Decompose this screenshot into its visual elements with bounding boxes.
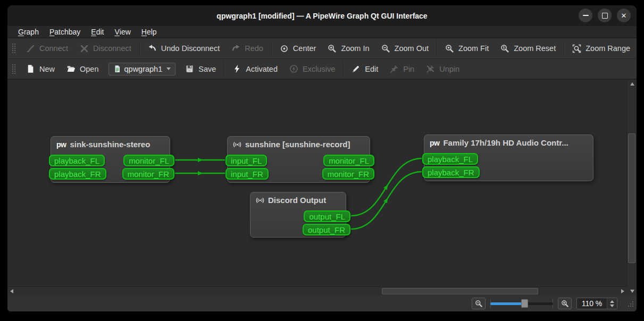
zoom-spinbox[interactable]: 110 % [576,298,617,309]
window-title: qpwgraph1 [modified] — A PipeWire Graph … [216,12,427,20]
unpin-icon [426,64,435,73]
node-sink-sunshine-stereo[interactable]: pwsink-sunshine-stereoplayback_FLplaybac… [51,136,170,183]
menu-patchbay[interactable]: Patchbay [44,26,86,38]
patchbay-selector[interactable]: qpwgraph1 [108,63,176,75]
button-label: Zoom Reset [514,44,556,53]
horizontal-scrollbar-thumb[interactable] [382,288,538,294]
connections-layer [7,80,627,287]
port-playback-fr[interactable]: playback_FR [422,166,480,178]
toolbar-separator [564,41,564,56]
zoom-out-button[interactable] [472,298,486,309]
port-playback-fr[interactable]: playback_FR [49,168,106,180]
port-input-fr[interactable]: input_FR [225,168,269,180]
undo-disconnect-button[interactable]: Undo Disconnect [142,38,225,58]
triangle-down-icon [630,290,634,293]
open-button[interactable]: Open [61,59,104,79]
menu-graph[interactable]: Graph [13,26,44,38]
zoom-slider[interactable] [490,298,553,309]
port-monitor-fl[interactable]: monitor_FL [123,155,174,166]
connection-arrow-icon [198,171,203,175]
button-label: Unpin [439,65,459,73]
activated-button[interactable]: Activated [227,59,283,79]
horizontal-scrollbar[interactable] [7,286,627,295]
zoom-reset-icon [500,44,509,53]
menu-help[interactable]: Help [136,26,162,38]
redo-button: Redo [225,38,269,58]
port-playback-fl[interactable]: playback_FL [49,155,105,166]
node-family-17h-19h-hd-audio-contr[interactable]: pwFamily 17h/19h HD Audio Contr...playba… [424,134,593,181]
port-monitor-fr[interactable]: monitor_FR [322,168,374,180]
zoom-value: 110 % [577,298,607,309]
node-title: pwFamily 17h/19h HD Audio Contr... [424,135,593,147]
spin-up-button[interactable] [610,300,614,303]
toolbar-separator [271,41,272,56]
minimize-button[interactable] [579,9,592,22]
button-label: Disconnect [93,44,131,53]
zoom-out-icon [381,44,390,53]
zoom-fit-icon [445,44,454,53]
button-label: Save [198,65,216,73]
pipewire-icon: pw [430,139,439,147]
connection-arrow-icon [198,158,203,162]
graph-canvas[interactable]: pwsink-sunshine-stereoplayback_FLplaybac… [7,80,627,287]
toolbar-patchbay: NewOpenqpwgraph1SaveActivatedExclusiveEd… [7,59,637,79]
patchbay-file-icon [113,65,124,73]
zoom-in-icon [561,300,569,308]
maximize-icon [602,13,608,19]
zoom-in-button[interactable]: Zoom In [322,38,375,58]
pin-button: Pin [384,59,420,79]
save-button[interactable]: Save [179,59,222,79]
chevron-down-icon [166,67,171,70]
redo-icon [231,44,240,53]
vertical-scrollbar-thumb[interactable] [628,133,635,263]
save-icon [185,64,194,73]
button-label: Zoom In [341,44,369,53]
patchbay-selector-value: qpwgraph1 [124,65,163,73]
button-label: Zoom Range [586,44,630,53]
zoom-range-icon [572,44,581,53]
toolbar-handle[interactable] [12,64,16,74]
node-sunshine-sunshine-record[interactable]: sunshine [sunshine-record]input_FLinput_… [227,136,370,183]
exclusive-icon [289,64,298,73]
node-discord-output[interactable]: Discord Outputoutput_FLoutput_FR [250,192,346,238]
port-output-fr[interactable]: output_FR [303,224,350,235]
new-button[interactable]: New [20,59,61,79]
scroll-down-button[interactable] [628,287,637,295]
connect-icon [26,44,35,53]
edit-button[interactable]: Edit [346,59,384,79]
zoom-slider-handle[interactable] [521,299,528,308]
maximize-button[interactable] [598,9,612,22]
port-output-fl[interactable]: output_FL [304,210,350,222]
scroll-right-button[interactable] [618,287,627,295]
port-playback-fl[interactable]: playback_FL [422,153,478,165]
spin-down-button[interactable] [610,305,614,307]
menu-view[interactable]: View [109,26,136,38]
node-title-text: sink-sunshine-stereo [70,140,150,149]
zoom-fit-button[interactable]: Zoom Fit [439,38,495,58]
vertical-scrollbar[interactable] [626,80,637,295]
button-label: Pin [403,65,414,73]
zoom-range-button[interactable]: Zoom Range [566,38,636,58]
undo-icon [148,44,157,53]
resize-grip[interactable] [627,300,634,309]
port-input-fl[interactable]: input_FL [225,155,267,166]
button-label: Zoom Out [395,44,429,53]
toolbar-handle[interactable] [12,43,16,54]
center-icon [280,44,289,53]
scroll-up-button[interactable] [628,80,637,88]
zoom-in-button[interactable] [558,298,572,309]
zoom-reset-button[interactable]: Zoom Reset [495,38,562,58]
port-monitor-fr[interactable]: monitor_FR [122,168,174,180]
center-button[interactable]: Center [274,38,322,58]
scroll-left-button[interactable] [7,287,16,295]
button-label: New [39,65,55,73]
button-label: Center [293,44,316,53]
menu-edit[interactable]: Edit [86,26,109,38]
slider-fill [490,302,524,305]
close-button[interactable]: ✕ [617,9,631,22]
zoom-in-icon [328,44,337,53]
port-monitor-fl[interactable]: monitor_FL [323,155,374,166]
button-label: Open [80,65,98,73]
zoom-out-button[interactable]: Zoom Out [375,38,434,58]
titlebar[interactable]: qpwgraph1 [modified] — A PipeWire Graph … [7,5,637,26]
